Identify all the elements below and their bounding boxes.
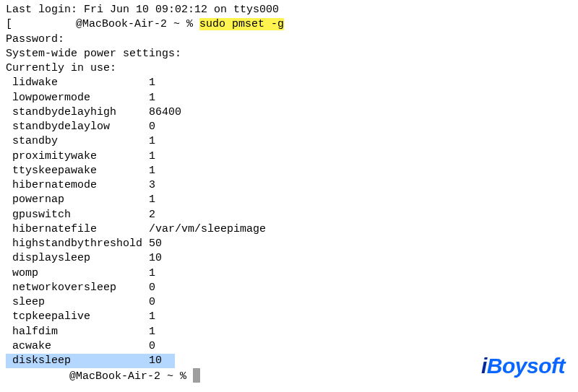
- setting-row: sleep 0: [6, 295, 572, 310]
- password-prompt: Password:: [6, 33, 64, 45]
- setting-row: hibernatemode 3: [6, 178, 572, 193]
- setting-key: networkoversleep: [6, 282, 149, 294]
- setting-value: 10: [149, 252, 162, 264]
- setting-row: womp 1: [6, 266, 572, 281]
- setting-key: hibernatefile: [6, 223, 149, 235]
- setting-row: standby 1: [6, 134, 572, 149]
- setting-row-highlighted: disksleep 10: [6, 354, 175, 368]
- heading-line: System-wide power settings:: [6, 47, 572, 61]
- setting-row: highstandbythreshold 50: [6, 237, 572, 251]
- setting-row: tcpkeepalive 1: [6, 310, 572, 324]
- last-login-line: Last login: Fri Jun 10 09:02:12 on ttys0…: [6, 3, 572, 17]
- setting-row: networkoversleep 0: [6, 281, 572, 295]
- setting-row: powernap 1: [6, 193, 572, 207]
- setting-row: gpuswitch 2: [6, 208, 572, 222]
- prompt-line: [@MacBook-Air-2 ~ % sudo pmset -g: [6, 17, 572, 32]
- setting-key: standbydelayhigh: [6, 106, 149, 118]
- setting-value: 0: [149, 296, 155, 308]
- setting-key: hibernatemode: [6, 179, 149, 191]
- setting-key: displaysleep: [6, 252, 149, 264]
- setting-value: 1: [149, 310, 155, 323]
- setting-row: standbydelaylow 0: [6, 120, 572, 134]
- setting-row: standbydelayhigh 86400: [6, 105, 572, 120]
- setting-row: lidwake 1: [6, 76, 572, 90]
- last-login-text: Last login: Fri Jun 10 09:02:12 on ttys0…: [6, 4, 279, 16]
- setting-row: displaysleep 10: [6, 251, 572, 266]
- setting-value: 3: [149, 179, 155, 191]
- heading-text: System-wide power settings:: [6, 48, 181, 60]
- settings-list: lidwake 1 lowpowermode 1 standbydelayhig…: [6, 76, 572, 368]
- setting-row: proximitywake 1: [6, 149, 572, 164]
- password-prompt-line: Password:: [6, 32, 572, 47]
- setting-value: 0: [149, 282, 155, 294]
- setting-key: standbydelaylow: [6, 121, 149, 133]
- setting-value: 1: [149, 267, 155, 279]
- setting-key: gpuswitch: [6, 209, 149, 221]
- setting-value: 1: [149, 92, 155, 104]
- footer-hostname: @MacBook-Air-2 ~ %: [69, 370, 193, 383]
- watermark-logo: iBoysoft: [481, 352, 565, 381]
- setting-row: hibernatefile /var/vm/sleepimage: [6, 222, 572, 237]
- setting-key: powernap: [6, 193, 149, 206]
- entered-command[interactable]: sudo pmset -g: [199, 18, 284, 30]
- setting-value: 50: [149, 238, 162, 250]
- setting-value: 2: [149, 209, 155, 221]
- setting-key: womp: [6, 267, 149, 279]
- subheading-line: Currently in use:: [6, 61, 572, 76]
- setting-value: /var/vm/sleepimage: [149, 223, 266, 235]
- setting-key: lowpowermode: [6, 92, 149, 104]
- setting-value: 1: [149, 326, 155, 338]
- setting-value: 0: [149, 121, 155, 133]
- prompt-hostname: @MacBook-Air-2 ~ %: [76, 18, 199, 30]
- setting-key: standby: [6, 135, 149, 147]
- subheading-text: Currently in use:: [6, 62, 116, 74]
- setting-value: 1: [149, 165, 155, 177]
- setting-value: 1: [149, 193, 155, 206]
- prompt-bracket: [: [6, 18, 12, 30]
- setting-key: halfdim: [6, 326, 149, 338]
- setting-value: 0: [149, 340, 155, 352]
- watermark-prefix: i: [481, 354, 487, 378]
- setting-row: halfdim 1: [6, 325, 572, 339]
- setting-key: proximitywake: [6, 150, 149, 162]
- setting-key: ttyskeepawake: [6, 165, 149, 177]
- setting-value: 86400: [149, 106, 181, 118]
- setting-key: lidwake: [6, 77, 149, 89]
- setting-value: 1: [149, 150, 155, 162]
- setting-key: acwake: [6, 340, 149, 352]
- cursor[interactable]: [193, 368, 200, 383]
- setting-row: lowpowermode 1: [6, 91, 572, 105]
- setting-value: 1: [149, 77, 155, 89]
- setting-value: 1: [149, 135, 155, 147]
- setting-row: ttyskeepawake 1: [6, 164, 572, 178]
- redacted-user: [12, 19, 76, 30]
- watermark-suffix: Boysoft: [487, 354, 565, 378]
- setting-key: highstandbythreshold: [6, 238, 149, 250]
- setting-key: tcpkeepalive: [6, 310, 149, 323]
- redacted-user-footer: [6, 371, 69, 382]
- setting-key: sleep: [6, 296, 149, 308]
